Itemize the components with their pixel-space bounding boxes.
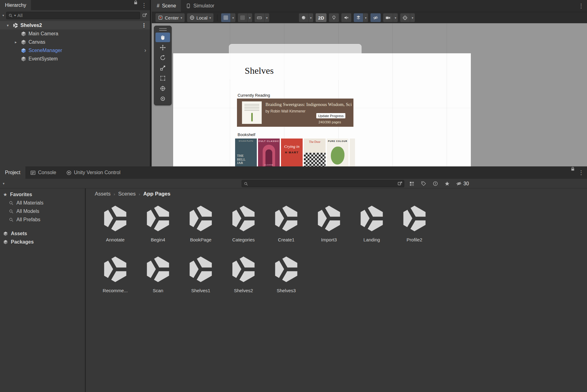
rect-tool-button[interactable] [156, 73, 170, 83]
hierarchy-item-scenemanager[interactable]: SceneManager › [0, 46, 150, 55]
scene-visibility-toggle[interactable] [370, 13, 381, 22]
alert-icon[interactable] [433, 181, 438, 186]
sidebar-item-all-materials[interactable]: All Materials [0, 199, 85, 207]
camera-settings-button[interactable]: ▾ [383, 13, 398, 22]
hidden-count[interactable]: 30 [456, 181, 469, 187]
tool-handle-position-button[interactable]: Center ▾ [156, 13, 185, 22]
kebab-menu-icon[interactable]: ⋮ [575, 166, 587, 179]
asset-item-profile2[interactable]: Profile2 [393, 201, 436, 250]
asset-item-import3[interactable]: Import3 [308, 201, 350, 250]
asset-item-recommend[interactable]: Recomme... [94, 252, 137, 301]
scale-tool-button[interactable] [156, 63, 170, 73]
custom-tool-button[interactable] [156, 94, 170, 104]
filter-dropdown-icon[interactable]: ▾ [2, 14, 4, 17]
hierarchy-searchbox[interactable]: ▾ [6, 12, 140, 19]
prefab-open-arrow-icon[interactable]: › [144, 47, 146, 54]
project-search-input[interactable] [250, 181, 402, 186]
effects-button[interactable]: ▾ [354, 13, 368, 22]
search-by-type-icon[interactable] [409, 181, 414, 186]
hierarchy-tabbar: Hierarchy ⋮ [0, 0, 150, 10]
asset-name: BookPage [190, 237, 211, 242]
kebab-menu-icon[interactable]: ⋮ [138, 22, 150, 29]
unity-scene-icon [186, 204, 215, 233]
rotate-tool-button[interactable] [156, 53, 170, 63]
project-toolbar: ▾ 30 [0, 179, 587, 188]
unity-scene-icon [13, 23, 18, 28]
search-scope-caret-icon[interactable]: ▾ [14, 14, 16, 17]
grid-snap-icon [223, 15, 228, 20]
asset-item-scan[interactable]: Scan [137, 252, 179, 301]
asset-item-shelves2[interactable]: Shelves2 [222, 252, 265, 301]
asset-item-landing[interactable]: Landing [350, 201, 393, 250]
tab-unity-version-control[interactable]: Unity Version Control [61, 166, 125, 179]
tab-console-label: Console [38, 170, 56, 175]
gameobject-label: SceneManager [28, 48, 62, 53]
view-hand-tool-button[interactable] [156, 33, 170, 42]
project-searchbox[interactable] [242, 180, 404, 187]
audio-toggle[interactable] [341, 13, 351, 22]
search-by-label-icon[interactable] [421, 181, 426, 186]
collapse-arrow-icon[interactable]: ▾ [5, 23, 11, 28]
asset-item-categories[interactable]: Categories [222, 201, 265, 250]
asset-name: Create1 [278, 237, 294, 242]
sidebar-item-all-models[interactable]: All Models [0, 207, 85, 215]
tab-hierarchy[interactable]: Hierarchy [0, 0, 31, 10]
project-toolbar-icons: 30 [397, 179, 469, 188]
unity-editor-window: Hierarchy ⋮ ▾ ▾ ▾ Shelves2 ⋮ [0, 0, 587, 392]
bookshelf-label: Bookshelf [238, 132, 255, 137]
shading-mode-button[interactable]: ▾ [299, 13, 313, 22]
sidebar-item-assets[interactable]: Assets [0, 229, 85, 238]
expand-arrow-icon[interactable]: ▸ [13, 40, 19, 44]
panel-menu-caret-icon[interactable]: ▾ [0, 182, 5, 186]
sidebar-item-favorites[interactable]: ★ Favorites [0, 190, 85, 199]
hierarchy-search-input[interactable] [17, 13, 138, 18]
asset-item-create1[interactable]: Create1 [265, 201, 308, 250]
asset-item-begin4[interactable]: Begin4 [137, 201, 179, 250]
asset-item-shelves3[interactable]: Shelves3 [265, 252, 308, 301]
lock-icon[interactable] [570, 166, 575, 171]
eye-slash-icon [456, 181, 462, 186]
grid-visibility-button[interactable]: ▾ [238, 13, 252, 22]
2d-toggle-button[interactable]: 2D [316, 13, 326, 22]
scene-viewport[interactable]: Shelves Currently Reading Braiding Sweet… [152, 23, 587, 166]
hierarchy-item-canvas[interactable]: ▸ Canvas [0, 38, 150, 46]
pivot-label: Center [165, 15, 179, 20]
tab-project[interactable]: Project [0, 166, 25, 179]
hidden-count-value: 30 [463, 181, 469, 187]
lock-icon[interactable] [133, 0, 138, 5]
tab-simulator[interactable]: Simulator [181, 0, 219, 12]
open-new-window-icon[interactable] [397, 181, 403, 186]
tab-scene[interactable]: # Scene [152, 0, 181, 12]
rotate-icon [160, 55, 166, 61]
scene-lighting-toggle[interactable] [329, 13, 339, 22]
hierarchy-scene-row[interactable]: ▾ Shelves2 ⋮ [0, 21, 150, 29]
grid-snapping-button[interactable]: ▾ [221, 13, 235, 22]
breadcrumb-assets[interactable]: Assets [95, 191, 111, 197]
overlay-drag-handle[interactable] [159, 28, 167, 31]
asset-name: Import3 [321, 237, 337, 242]
hierarchy-item-main-camera[interactable]: Main Camera [0, 29, 150, 38]
tool-handle-rotation-button[interactable]: Local ▾ [187, 13, 213, 22]
transform-tool-button[interactable] [156, 84, 170, 93]
hierarchy-item-eventsystem[interactable]: EventSystem [0, 55, 150, 63]
layers-icon [356, 15, 361, 20]
asset-item-annotate[interactable]: Annotate [94, 201, 137, 250]
saved-search-star-icon[interactable] [445, 181, 450, 186]
asset-name: Landing [363, 237, 380, 242]
asset-item-shelves1[interactable]: Shelves1 [179, 252, 222, 301]
sidebar-item-all-prefabs[interactable]: All Prefabs [0, 215, 85, 224]
sidebar-item-packages[interactable]: Packages [0, 238, 85, 246]
breadcrumb-scenes[interactable]: Scenes [118, 191, 136, 197]
tab-console[interactable]: Console [25, 166, 61, 179]
gizmos-button[interactable]: ▾ [400, 13, 415, 22]
snap-increment-button[interactable]: ▾ [255, 13, 269, 22]
reading-book-title: Braiding Sweetgrass: Indigenous Wisdom, … [265, 102, 352, 107]
move-tool-button[interactable] [156, 43, 170, 52]
kebab-menu-icon[interactable]: ⋮ [575, 0, 587, 12]
reading-progress: 240/390 pages [318, 120, 341, 124]
book-cover: Crying in H MART [281, 139, 303, 166]
kebab-menu-icon[interactable]: ⋮ [138, 0, 150, 10]
asset-item-bookpage[interactable]: BookPage [179, 201, 222, 250]
pick-window-icon[interactable] [142, 13, 147, 18]
breadcrumb-current[interactable]: App Pages [143, 191, 170, 197]
